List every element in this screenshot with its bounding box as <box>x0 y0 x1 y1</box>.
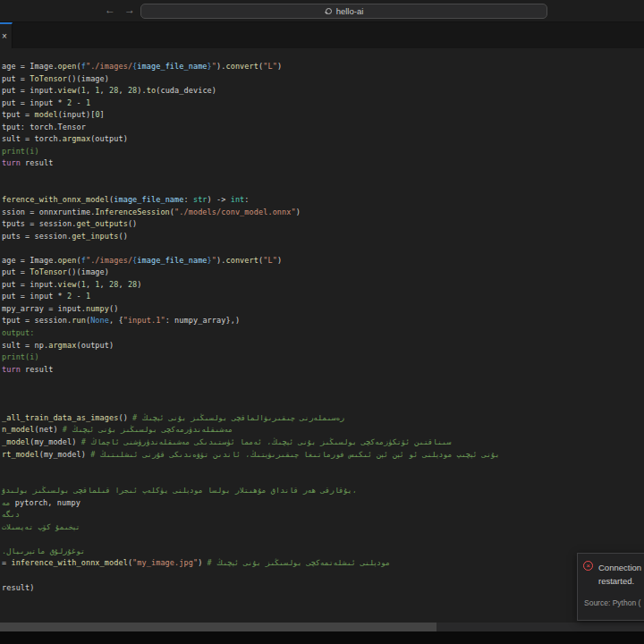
code-line[interactable]: _all_train_data_as_images() # رەسىملەرنى… <box>0 412 644 425</box>
code-segment: InferenceSession <box>95 208 169 216</box>
code-segment: mpy_array = input. <box>2 304 86 313</box>
code-segment: _model <box>2 437 30 446</box>
code-line[interactable]: put = ToTensor()(image) <box>0 267 644 279</box>
code-line[interactable]: put = input.view(1, 1, 28, 28) <box>0 279 644 292</box>
code-segment: model <box>35 110 58 119</box>
code-line[interactable]: mpy_array = input.numpy() <box>0 303 644 316</box>
horizontal-scrollbar-thumb[interactable] <box>0 623 436 631</box>
code-line[interactable] <box>0 461 644 473</box>
code-line[interactable]: tput = session.run(None, {"input.1": num… <box>0 315 644 327</box>
active-tab-fragment[interactable]: × <box>0 22 13 48</box>
code-line[interactable] <box>0 533 644 546</box>
code-line[interactable]: tputs = session.get_outputs() <box>0 218 644 231</box>
code-segment: get_outputs <box>76 219 127 228</box>
code-segment: "./models/conv_model.onnx" <box>174 208 296 216</box>
code-segment: view <box>58 86 77 95</box>
code-segment: 28 <box>128 280 137 289</box>
code-segment: ) <box>296 208 301 216</box>
code-line[interactable]: tput = model(input)[0] <box>0 109 644 122</box>
code-segment: open <box>58 256 77 265</box>
code-segment: ). <box>216 256 225 265</box>
code-segment: convert <box>225 256 258 265</box>
code-segment: argmax <box>63 134 90 143</box>
code-line[interactable] <box>0 242 644 255</box>
code-segment: (net) <box>35 425 63 434</box>
code-line[interactable]: _model(my_model) # سىناقتىن ئۆتكۈزمەكچى … <box>0 436 644 449</box>
code-segment: "input.1" <box>123 316 165 325</box>
code-line[interactable]: put = input * 2 - 1 <box>0 97 644 110</box>
code-segment: مە <box>2 498 15 507</box>
code-line[interactable]: puts = session.get_inputs() <box>0 231 644 243</box>
code-segment: output: <box>2 328 35 337</box>
code-segment: , <box>100 86 109 95</box>
code-line[interactable]: age = Image.open(f"./images/{image_file_… <box>0 255 644 267</box>
code-segment: # سىناقتىن ئۆتكۈزمەكچى بولسىڭىز بۇنى ئېچ… <box>81 437 452 446</box>
code-line[interactable]: put = input.view(1, 1, 28, 28).to(cuda_d… <box>0 85 644 97</box>
code-segment: image_file_name <box>114 195 183 204</box>
code-line[interactable] <box>0 388 644 401</box>
code-line[interactable]: ference_with_onnx_model(image_file_name:… <box>0 194 644 207</box>
code-line[interactable]: output: <box>0 327 644 340</box>
code-segment: (output) <box>77 341 114 350</box>
code-line[interactable]: turn result <box>0 364 644 377</box>
code-segment: ). <box>137 86 146 95</box>
code-editor[interactable]: age = Image.open(f"./images/{image_file_… <box>0 61 644 623</box>
code-line[interactable]: = inference_with_onnx_model("my_image.jp… <box>0 557 644 570</box>
code-segment: puts = session. <box>2 232 72 241</box>
code-line[interactable]: sult = np.argmax(output) <box>0 340 644 352</box>
code-segment: print(i) <box>2 147 39 156</box>
code-line[interactable] <box>0 376 644 388</box>
code-segment: put = input * <box>2 98 67 107</box>
code-line[interactable]: put = ToTensor()(image) <box>0 73 644 86</box>
code-line[interactable]: print(i) <box>0 146 644 158</box>
breadcrumbs-bar <box>0 48 644 61</box>
command-center-search[interactable]: hello-ai <box>140 4 547 19</box>
horizontal-scrollbar <box>0 623 644 631</box>
code-line[interactable]: sult = torch.argmax(output) <box>0 133 644 146</box>
code-segment: put = <box>2 74 30 83</box>
magnifier-icon <box>325 8 332 15</box>
code-segment: (my_model) <box>30 437 80 446</box>
code-line[interactable]: .توغۇرلۇق ماتېرىيال <box>0 546 644 558</box>
notification-toast[interactable]: × Connectionrestarted. Source: Python ( <box>577 553 644 621</box>
code-line[interactable]: result) <box>0 582 644 595</box>
code-line[interactable] <box>0 473 644 486</box>
code-line[interactable]: دىگە <box>0 509 644 521</box>
code-line[interactable]: turn result <box>0 157 644 170</box>
code-line[interactable] <box>0 170 644 182</box>
code-line[interactable]: rt_model(my_model) # بۇنى ئېچىپ مودېلنى … <box>0 449 644 462</box>
code-segment: ). <box>216 62 225 71</box>
tab-close-icon[interactable]: × <box>2 31 7 41</box>
code-segment: ) -> <box>208 195 231 204</box>
code-segment: to <box>147 86 156 95</box>
code-segment: run <box>72 316 86 325</box>
forward-arrow-icon[interactable]: → <box>123 4 137 16</box>
code-line[interactable] <box>0 570 644 582</box>
code-line[interactable]: age = Image.open(f"./images/{image_file_… <box>0 61 644 73</box>
back-arrow-icon[interactable]: ← <box>103 4 117 16</box>
code-line[interactable]: tput: torch.Tensor <box>0 122 644 134</box>
code-segment: tput = session. <box>2 316 72 325</box>
code-segment: age = Image. <box>2 62 58 71</box>
code-segment: n_model <box>2 425 35 434</box>
code-segment: 1 <box>86 292 90 301</box>
code-segment: ) <box>137 280 141 289</box>
code-segment: "./images/ <box>86 256 132 265</box>
code-line[interactable] <box>0 182 644 194</box>
code-segment: ()(image) <box>67 267 109 276</box>
code-segment: sult = torch. <box>2 134 63 143</box>
code-line[interactable] <box>0 400 644 412</box>
code-line[interactable]: n_model(net) # مەشىقلەندۈرمەكچى بولسىڭىز… <box>0 424 644 436</box>
code-segment: : numpy_array},) <box>165 316 240 325</box>
code-segment: , { <box>109 316 123 325</box>
search-value: hello-ai <box>336 6 364 16</box>
code-line[interactable]: put = input * 2 - 1 <box>0 291 644 303</box>
code-line[interactable]: تېخىمۇ كۆپ تەپسىلات <box>0 521 644 534</box>
code-segment: , <box>118 86 127 95</box>
code-line[interactable]: print(i) <box>0 352 644 364</box>
code-line[interactable]: يۇقارقى ھەر قانداق مۇھىتلار بولسا مودېلن… <box>0 485 644 497</box>
code-segment: image_file_name <box>137 256 207 265</box>
code-segment: 28 <box>128 86 137 95</box>
code-line[interactable]: مە pytorch, numpy <box>0 497 644 510</box>
code-line[interactable]: ssion = onnxruntime.InferenceSession("./… <box>0 207 644 219</box>
